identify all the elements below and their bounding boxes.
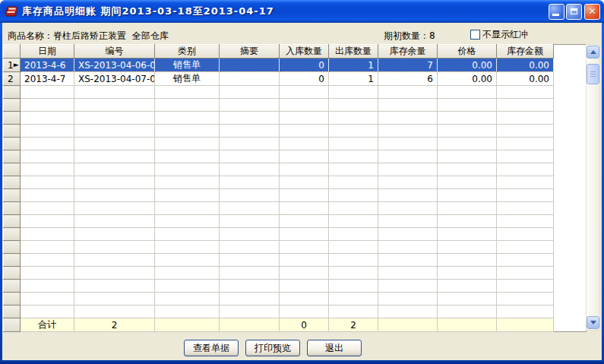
cell [438, 112, 497, 125]
cell [155, 293, 220, 305]
cell [74, 189, 155, 202]
empty-row [4, 86, 587, 99]
cell [378, 241, 438, 254]
column-header[interactable]: 入库数量 [280, 45, 329, 59]
cell [329, 305, 378, 318]
cell [74, 241, 155, 254]
cell [438, 267, 497, 280]
cell [438, 202, 497, 215]
total-cell: 2 [74, 318, 155, 332]
scroll-down-icon [590, 321, 596, 324]
app-window: 库存商品明细账 期间2013-03-18至2013-04-17 ✕ 商品名称：脊… [0, 0, 604, 364]
cell[interactable]: XS-2013-04-06-000 [74, 59, 155, 72]
cell [155, 176, 220, 189]
scroll-up-button[interactable] [587, 46, 599, 59]
cell [220, 150, 280, 163]
cell [280, 228, 329, 241]
cell[interactable]: 1 [329, 59, 378, 72]
cell[interactable]: 销售单 [155, 59, 220, 72]
hide-red-reversal-checkbox[interactable]: 不显示红冲 [470, 28, 528, 41]
cell[interactable]: 0.00 [438, 72, 497, 86]
maximize-button[interactable] [566, 4, 582, 20]
cell[interactable]: 0.00 [438, 59, 497, 72]
column-header[interactable]: 类别 [155, 45, 220, 59]
cell [378, 176, 438, 189]
cell[interactable]: 0 [280, 59, 329, 72]
title-bar[interactable]: 库存商品明细账 期间2013-03-18至2013-04-17 ✕ [0, 0, 604, 23]
table-row[interactable]: 22013-4-7XS-2013-04-07-000销售单0160.000.00 [4, 72, 587, 86]
cell[interactable]: 0 [280, 72, 329, 86]
cell [438, 215, 497, 228]
close-button[interactable]: ✕ [584, 4, 600, 20]
checkbox-box[interactable] [470, 30, 480, 40]
cell [21, 125, 74, 138]
view-document-button[interactable]: 查看单据 [184, 340, 239, 356]
cell[interactable]: 7 [378, 59, 438, 72]
cell [497, 163, 554, 176]
cell [21, 305, 74, 318]
cell[interactable]: 0.00 [497, 72, 554, 86]
cell [497, 267, 554, 280]
cell [438, 138, 497, 150]
cell [74, 125, 155, 138]
cell [438, 176, 497, 189]
cell [21, 228, 74, 241]
cell [155, 112, 220, 125]
cell [438, 125, 497, 138]
column-header[interactable]: 出库数量 [329, 45, 378, 59]
column-header[interactable]: 库存余量 [378, 45, 438, 59]
column-header[interactable]: 摘要 [220, 45, 280, 59]
cell [280, 86, 329, 99]
cell [438, 163, 497, 176]
cell [280, 215, 329, 228]
cell [220, 176, 280, 189]
cell [497, 305, 554, 318]
cell[interactable] [220, 72, 280, 86]
cell [220, 228, 280, 241]
vertical-scrollbar[interactable] [586, 44, 600, 331]
cell [155, 254, 220, 267]
cell [280, 176, 329, 189]
cell[interactable]: 0.00 [497, 59, 554, 72]
cell [497, 254, 554, 267]
exit-button[interactable]: 退出 [307, 340, 362, 356]
column-header[interactable]: 编号 [74, 45, 155, 59]
cell [21, 293, 74, 305]
cell [497, 125, 554, 138]
cell [438, 254, 497, 267]
empty-row [4, 99, 587, 112]
cell [497, 189, 554, 202]
cell[interactable]: 6 [378, 72, 438, 86]
cell[interactable] [220, 59, 280, 72]
table-row[interactable]: 1►2013-4-6XS-2013-04-06-000销售单0170.000.0… [4, 59, 587, 72]
cell [74, 267, 155, 280]
cell [378, 112, 438, 125]
cell [74, 280, 155, 293]
cell[interactable]: 销售单 [155, 72, 220, 86]
column-header[interactable]: 价格 [438, 45, 497, 59]
cell [329, 112, 378, 125]
cell [438, 241, 497, 254]
cell [378, 305, 438, 318]
cell [280, 280, 329, 293]
column-header[interactable]: 库存金额 [497, 45, 554, 59]
cell [155, 86, 220, 99]
minimize-button[interactable] [549, 4, 564, 20]
cell [220, 99, 280, 112]
scrollbar-thumb[interactable] [587, 64, 599, 84]
cell[interactable]: 1 [329, 72, 378, 86]
column-header[interactable]: 日期 [21, 45, 74, 59]
cell [280, 267, 329, 280]
cell [438, 280, 497, 293]
cell[interactable]: XS-2013-04-07-000 [74, 72, 155, 86]
cell [220, 202, 280, 215]
cell[interactable]: 2013-4-7 [21, 72, 74, 86]
cell [329, 254, 378, 267]
scroll-down-button[interactable] [587, 316, 599, 329]
cell[interactable]: 2013-4-6 [21, 59, 74, 72]
empty-row [4, 163, 587, 176]
cell [220, 189, 280, 202]
minimize-icon [552, 14, 559, 16]
cell [280, 163, 329, 176]
print-preview-button[interactable]: 打印预览 [245, 340, 300, 356]
